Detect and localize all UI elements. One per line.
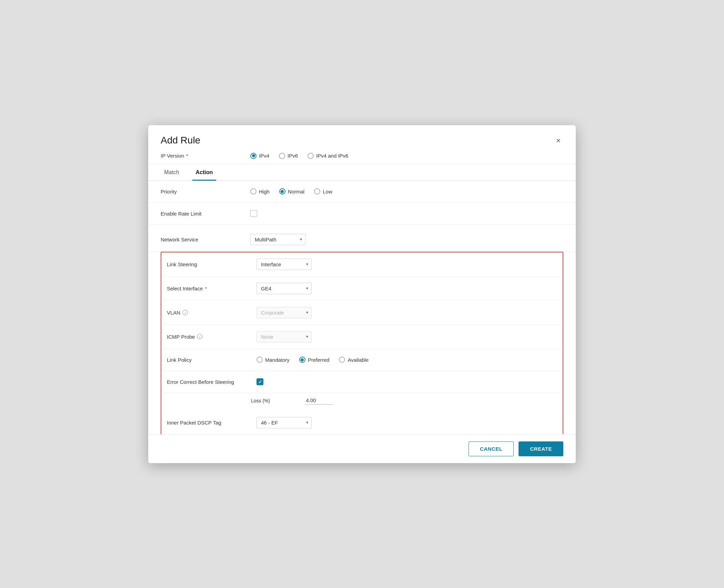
select-interface-select[interactable]: GE4 — [257, 283, 312, 294]
icmp-probe-select[interactable]: None — [257, 331, 312, 342]
ip-version-label: IP Version * — [161, 153, 250, 159]
link-policy-preferred-radio[interactable] — [299, 357, 305, 363]
tab-action[interactable]: Action — [192, 165, 217, 181]
link-steering-section: Link Steering Interface ▾ Select Interfa… — [161, 252, 563, 434]
link-steering-row: Link Steering Interface ▾ — [161, 252, 563, 277]
tab-match[interactable]: Match — [161, 165, 183, 181]
priority-low-option[interactable]: Low — [314, 188, 332, 195]
select-interface-control: GE4 ▾ — [257, 283, 557, 294]
error-correct-control — [257, 378, 557, 385]
link-policy-label: Link Policy — [167, 357, 257, 363]
priority-normal-option[interactable]: Normal — [279, 188, 304, 195]
ipv6-option[interactable]: IPv6 — [279, 153, 298, 159]
ipv4-radio[interactable] — [250, 153, 257, 159]
link-policy-mandatory-radio[interactable] — [257, 357, 263, 363]
link-policy-mandatory-option[interactable]: Mandatory — [257, 357, 290, 363]
priority-label: Priority — [161, 189, 250, 195]
vlan-select-wrapper: Corporate ▾ — [257, 307, 312, 318]
enable-rate-limit-checkbox[interactable] — [250, 210, 257, 217]
network-service-control: MultiPath ▾ — [250, 234, 563, 245]
dialog-header: Add Rule × — [148, 125, 576, 147]
priority-low-radio[interactable] — [314, 188, 320, 195]
inner-dscp-select[interactable]: 46 - EF — [257, 417, 312, 428]
close-button[interactable]: × — [553, 135, 563, 147]
network-service-select-wrapper: MultiPath ▾ — [250, 234, 305, 245]
vlan-info-icon: i — [182, 310, 188, 315]
link-policy-radio-group: Mandatory Preferred Available — [257, 357, 557, 363]
add-rule-dialog: Add Rule × IP Version * IPv4 IPv6 IPv4 a… — [148, 125, 576, 463]
priority-high-radio[interactable] — [250, 188, 257, 195]
dialog-title: Add Rule — [161, 135, 200, 146]
link-policy-available-option[interactable]: Available — [339, 357, 369, 363]
inner-dscp-label: Inner Packet DSCP Tag — [167, 420, 257, 426]
enable-rate-limit-control — [250, 210, 563, 217]
tabs-row: Match Action — [148, 164, 576, 181]
inner-dscp-select-wrapper: 46 - EF ▾ — [257, 417, 312, 428]
icmp-probe-label: ICMP Probe i — [167, 334, 257, 340]
priority-radio-group: High Normal Low — [250, 188, 563, 195]
link-steering-label: Link Steering — [167, 261, 257, 267]
vlan-row: VLAN i Corporate ▾ — [161, 301, 563, 325]
link-steering-select[interactable]: Interface — [257, 259, 312, 270]
icmp-probe-select-wrapper: None ▾ — [257, 331, 312, 342]
priority-normal-radio[interactable] — [279, 188, 285, 195]
error-correct-label: Error Correct Before Steering — [167, 379, 257, 385]
network-service-label: Network Service — [161, 237, 250, 242]
select-interface-row: Select Interface * GE4 ▾ — [161, 277, 563, 301]
loss-value: 4.00 — [306, 397, 333, 405]
spacer — [148, 225, 576, 228]
ipv6-radio[interactable] — [279, 153, 285, 159]
dialog-body: Priority High Normal Low Enable Rate Lim… — [148, 181, 576, 434]
error-correct-row: Error Correct Before Steering — [161, 371, 563, 393]
vlan-control: Corporate ▾ — [257, 307, 557, 318]
select-interface-select-wrapper: GE4 ▾ — [257, 283, 312, 294]
inner-dscp-row: Inner Packet DSCP Tag 46 - EF ▾ — [161, 411, 563, 434]
ip-version-radio-group: IPv4 IPv6 IPv4 and IPv6 — [250, 153, 348, 159]
ipv4-ipv6-radio[interactable] — [308, 153, 314, 159]
priority-high-option[interactable]: High — [250, 188, 270, 195]
link-steering-control: Interface ▾ — [257, 259, 557, 270]
network-service-select[interactable]: MultiPath — [250, 234, 305, 245]
error-correct-checkbox[interactable] — [257, 378, 263, 385]
link-policy-preferred-option[interactable]: Preferred — [299, 357, 330, 363]
enable-rate-limit-label: Enable Rate Limit — [161, 211, 250, 217]
select-interface-label: Select Interface * — [167, 286, 257, 291]
icmp-probe-row: ICMP Probe i None ▾ — [161, 325, 563, 349]
link-steering-select-wrapper: Interface ▾ — [257, 259, 312, 270]
required-indicator: * — [186, 153, 188, 159]
loss-row: Loss (%) 4.00 — [161, 393, 563, 411]
network-service-row: Network Service MultiPath ▾ — [148, 228, 576, 252]
interface-required: * — [205, 286, 207, 291]
ipv4-ipv6-option[interactable]: IPv4 and IPv6 — [308, 153, 348, 159]
inner-dscp-control: 46 - EF ▾ — [257, 417, 557, 428]
priority-row: Priority High Normal Low — [148, 181, 576, 203]
ip-version-row: IP Version * IPv4 IPv6 IPv4 and IPv6 — [148, 147, 576, 164]
loss-label: Loss (%) — [251, 398, 270, 403]
enable-rate-limit-row: Enable Rate Limit — [148, 203, 576, 225]
vlan-select[interactable]: Corporate — [257, 307, 312, 318]
vlan-label: VLAN i — [167, 310, 257, 316]
icmp-probe-info-icon: i — [197, 334, 202, 339]
dialog-footer: CANCEL CREATE — [148, 434, 576, 463]
ipv4-option[interactable]: IPv4 — [250, 153, 269, 159]
link-policy-row: Link Policy Mandatory Preferred Availabl… — [161, 349, 563, 371]
icmp-probe-control: None ▾ — [257, 331, 557, 342]
create-button[interactable]: CREATE — [519, 441, 563, 456]
cancel-button[interactable]: CANCEL — [469, 441, 514, 456]
link-policy-available-radio[interactable] — [339, 357, 345, 363]
